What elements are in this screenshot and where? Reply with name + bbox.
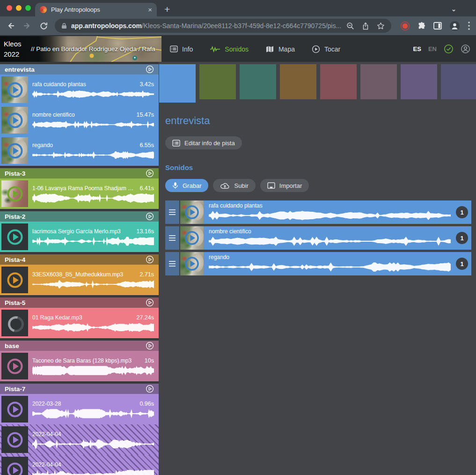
extensions-puzzle-icon[interactable] [417, 22, 426, 30]
lang-es-button[interactable]: ES [413, 45, 421, 52]
play-icon[interactable] [183, 204, 200, 221]
sound-thumbnail[interactable] [180, 226, 204, 250]
nav-item-info[interactable]: Info [170, 45, 193, 53]
sound-item[interactable]: 2022-04-04 [0, 455, 159, 475]
browser-menu-kebab-icon[interactable] [468, 21, 470, 30]
sound-thumbnail[interactable] [1, 457, 28, 475]
sound-item[interactable]: regando6.55s [0, 135, 159, 166]
sound-thumbnail[interactable] [1, 267, 28, 293]
play-icon[interactable] [6, 357, 24, 376]
zoom-out-icon[interactable] [346, 22, 354, 30]
sound-item[interactable]: 1-06 Lavanya Rama Poorna Shadjam Rupak..… [0, 178, 159, 209]
track-header[interactable]: Pista-2 [0, 211, 159, 222]
play-icon[interactable] [183, 255, 200, 272]
nav-item-mapa[interactable]: Mapa [265, 45, 295, 53]
track-color-tab-6[interactable] [401, 64, 437, 99]
track-color-tab-2[interactable] [240, 64, 276, 99]
saved-check-icon[interactable] [444, 44, 454, 54]
track-header[interactable]: entrevista [0, 64, 159, 74]
tab-close-icon[interactable]: × [148, 6, 152, 13]
sound-thumbnail[interactable] [180, 252, 204, 275]
track-header[interactable]: Pista-5 [0, 297, 159, 308]
play-icon[interactable] [6, 271, 24, 289]
track-play-icon[interactable] [146, 169, 154, 178]
panel-sound-row[interactable]: rafa cuidando plantas1 [165, 200, 471, 224]
tab-search-chevron-icon[interactable]: ⌄ [451, 6, 456, 13]
sound-thumbnail[interactable] [1, 137, 28, 164]
sound-item[interactable]: 2022-04-04 [0, 424, 159, 455]
sound-thumbnail[interactable] [1, 223, 28, 250]
track-header[interactable]: base [0, 341, 159, 351]
grabar-button[interactable]: Grabar [165, 179, 208, 192]
back-icon[interactable] [6, 21, 16, 30]
play-icon[interactable] [183, 230, 200, 246]
side-panel-icon[interactable] [433, 22, 442, 30]
play-icon[interactable] [6, 461, 24, 475]
sound-item[interactable]: Taconeo de Sara Baras (128 kbps).mp310s [0, 351, 159, 381]
play-icon[interactable] [6, 400, 24, 419]
track-play-icon[interactable] [146, 341, 154, 350]
track-play-icon[interactable] [146, 65, 154, 74]
track-header[interactable]: Pista-4 [0, 254, 159, 265]
track-play-icon[interactable] [146, 212, 154, 221]
sound-item[interactable]: lacrimosa Sergio García Merlo.mp313.16s [0, 222, 159, 252]
drag-handle[interactable] [165, 252, 179, 275]
edit-track-info-button[interactable]: Editar info de pista [165, 136, 242, 149]
play-icon[interactable] [6, 185, 24, 203]
track-color-tab-1[interactable] [199, 64, 236, 99]
track-color-tab-5[interactable] [360, 64, 397, 99]
drag-handle-icon [168, 235, 176, 241]
sound-thumbnail[interactable] [1, 310, 28, 336]
track-play-icon[interactable] [146, 385, 154, 393]
importar-button[interactable]: Importar [260, 179, 309, 192]
panel-sound-row[interactable]: regando1 [165, 252, 471, 275]
browser-tab[interactable]: Play Antropoloops × [35, 3, 157, 16]
play-icon[interactable] [6, 111, 24, 130]
account-icon[interactable] [461, 44, 470, 54]
zoom-window-button[interactable] [25, 5, 31, 11]
sound-thumbnail[interactable] [1, 396, 28, 423]
minimize-window-button[interactable] [16, 5, 22, 11]
close-window-button[interactable] [7, 5, 12, 11]
track-header[interactable]: Pista-3 [0, 168, 159, 178]
app-logo[interactable]: Kleos 2022 [4, 39, 22, 59]
forward-icon[interactable] [22, 21, 32, 30]
drag-handle[interactable] [165, 226, 179, 250]
nav-item-sonidos[interactable]: Sonidos [210, 45, 249, 53]
track-play-icon[interactable] [146, 255, 154, 264]
nav-item-tocar[interactable]: Tocar [312, 45, 340, 53]
url-bar[interactable]: app.antropoloops.com/Kleos-Santa-Marina/… [55, 19, 391, 33]
bookmark-star-icon[interactable] [377, 22, 385, 30]
sound-thumbnail[interactable] [1, 76, 28, 103]
sound-thumbnail[interactable] [180, 200, 204, 224]
lang-en-button[interactable]: EN [428, 45, 437, 52]
drag-handle[interactable] [165, 200, 179, 224]
track-color-tab-0[interactable] [159, 64, 196, 103]
sound-thumbnail[interactable] [1, 107, 28, 134]
reload-icon[interactable] [38, 22, 49, 30]
play-icon[interactable] [6, 141, 24, 160]
track-color-tab-4[interactable] [320, 64, 357, 99]
record-extension-icon[interactable] [400, 21, 410, 31]
sound-item[interactable]: 2022-03-280.96s [0, 394, 159, 424]
subir-button[interactable]: Subir [213, 179, 255, 192]
panel-sound-row[interactable]: nombre cientifico1 [165, 226, 471, 250]
play-icon[interactable] [6, 228, 24, 246]
profile-avatar-icon[interactable] [449, 21, 460, 31]
tab-title: Play Antropoloops [51, 6, 144, 13]
new-tab-button[interactable]: + [164, 4, 170, 14]
sound-item[interactable]: rafa cuidando plantas3.42s [0, 74, 159, 105]
play-icon[interactable] [6, 81, 24, 99]
sound-item[interactable]: nombre cientifico15.47s [0, 105, 159, 135]
play-icon[interactable] [6, 430, 24, 449]
track-color-tab-3[interactable] [280, 64, 316, 99]
sound-thumbnail[interactable] [1, 353, 28, 379]
track-header[interactable]: Pista-7 [0, 384, 159, 394]
sound-thumbnail[interactable] [1, 426, 28, 453]
track-color-tab-7[interactable] [441, 64, 476, 99]
sound-item[interactable]: 33ESX6038_B5_Muthedukkum.mp32.71s [0, 265, 159, 295]
sound-thumbnail[interactable] [1, 180, 28, 207]
track-play-icon[interactable] [146, 298, 154, 307]
sound-item[interactable]: 01 Raga Kedar.mp327.24s [0, 308, 159, 338]
share-icon[interactable] [362, 22, 369, 30]
